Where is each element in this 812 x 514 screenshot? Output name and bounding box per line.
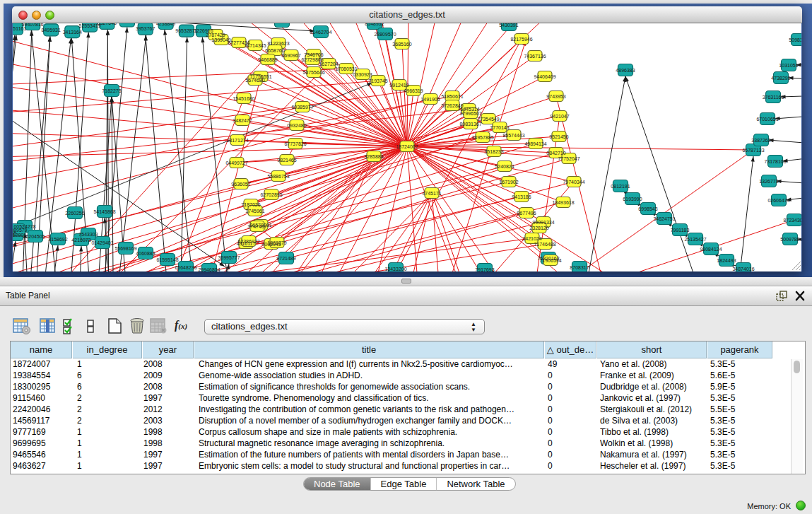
svg-text:2260256: 2260256 <box>65 211 84 216</box>
svg-text:62702895: 62702895 <box>260 192 282 197</box>
svg-text:01429401: 01429401 <box>91 240 113 245</box>
svg-text:04499727: 04499727 <box>225 160 247 165</box>
svg-text:13171274: 13171274 <box>226 138 248 143</box>
svg-text:6204505: 6204505 <box>25 234 45 239</box>
svg-text:18724007: 18724007 <box>396 144 418 149</box>
svg-text:8148932: 8148932 <box>365 23 384 26</box>
svg-text:34624751: 34624751 <box>653 216 675 221</box>
svg-text:8495931: 8495931 <box>42 28 61 33</box>
svg-text:8721489: 8721489 <box>276 256 295 261</box>
svg-text:6193990: 6193990 <box>623 197 642 201</box>
svg-text:4966319: 4966319 <box>404 88 423 93</box>
svg-text:51462704: 51462704 <box>310 30 331 35</box>
svg-text:02606474: 02606474 <box>767 198 789 203</box>
svg-text:1969379: 1969379 <box>267 240 286 245</box>
svg-text:99091334: 99091334 <box>532 220 554 225</box>
svg-text:4216073: 4216073 <box>71 238 90 243</box>
svg-text:65787133: 65787133 <box>742 148 764 153</box>
svg-text:80831367: 80831367 <box>459 122 481 127</box>
svg-text:55698169: 55698169 <box>114 246 136 251</box>
svg-text:8327648: 8327648 <box>98 23 117 25</box>
svg-text:7917693: 7917693 <box>475 267 494 272</box>
svg-text:42351161: 42351161 <box>13 26 26 31</box>
svg-text:34874016: 34874016 <box>732 267 754 271</box>
svg-text:0812191: 0812191 <box>611 184 630 189</box>
svg-text:0932480: 0932480 <box>287 123 306 128</box>
svg-text:6998543: 6998543 <box>638 206 657 211</box>
svg-text:53755646: 53755646 <box>302 70 324 75</box>
svg-text:97848018: 97848018 <box>271 23 293 24</box>
svg-text:1326773: 1326773 <box>759 179 778 184</box>
svg-text:4238849: 4238849 <box>156 23 175 26</box>
svg-text:87234309: 87234309 <box>783 218 801 223</box>
svg-text:3387262: 3387262 <box>751 138 770 143</box>
svg-text:65648236: 65648236 <box>175 265 196 270</box>
svg-text:9421047: 9421047 <box>550 114 569 119</box>
svg-text:7193745: 7193745 <box>368 78 387 83</box>
svg-text:7543303: 7543303 <box>78 232 98 237</box>
svg-text:82175946: 82175946 <box>510 37 532 42</box>
svg-text:5240824: 5240824 <box>495 164 514 169</box>
svg-text:2328120: 2328120 <box>529 226 548 230</box>
svg-text:13493618: 13493618 <box>552 200 574 205</box>
svg-text:1491905: 1491905 <box>420 97 440 102</box>
svg-text:3482477: 3482477 <box>233 118 252 123</box>
svg-text:37631165: 37631165 <box>763 95 784 100</box>
svg-text:1399049: 1399049 <box>211 37 230 42</box>
svg-text:62386922: 62386922 <box>237 239 259 244</box>
svg-text:71906594: 71906594 <box>539 258 561 263</box>
svg-text:5009788: 5009788 <box>780 237 799 242</box>
svg-text:61595148: 61595148 <box>156 257 178 262</box>
svg-text:2421024: 2421024 <box>522 236 541 241</box>
svg-text:1671902: 1671902 <box>499 180 518 185</box>
svg-text:0842710: 0842710 <box>546 151 565 156</box>
svg-text:59407816: 59407816 <box>22 23 44 27</box>
svg-text:9821465: 9821465 <box>277 158 296 163</box>
svg-text:28809570: 28809570 <box>374 32 396 37</box>
svg-text:34957885: 34957885 <box>471 135 493 140</box>
svg-text:13433200: 13433200 <box>384 267 406 271</box>
svg-text:3285884: 3285884 <box>364 154 383 159</box>
svg-text:7770143: 7770143 <box>490 125 509 130</box>
svg-text:7346706: 7346706 <box>304 52 323 57</box>
svg-text:3747407: 3747407 <box>247 224 266 229</box>
svg-text:74367136: 74367136 <box>524 54 546 59</box>
svg-text:3413164: 3413164 <box>63 30 82 35</box>
svg-text:34714345: 34714345 <box>244 43 266 48</box>
svg-text:71746488: 71746488 <box>534 242 555 247</box>
svg-text:51850671: 51850671 <box>441 94 463 99</box>
svg-text:60385977: 60385977 <box>291 105 313 110</box>
svg-text:8677496: 8677496 <box>517 211 536 216</box>
svg-text:25135427: 25135427 <box>684 237 706 242</box>
svg-text:67737826: 67737826 <box>284 141 306 146</box>
svg-text:73178108: 73178108 <box>764 159 786 164</box>
svg-text:5466889: 5466889 <box>258 57 277 62</box>
svg-text:9743953: 9743953 <box>546 94 565 99</box>
svg-text:0330923: 0330923 <box>353 72 372 77</box>
svg-text:4060883: 4060883 <box>136 251 155 256</box>
svg-text:6658760: 6658760 <box>265 48 284 53</box>
svg-text:2787429: 2787429 <box>206 33 225 37</box>
svg-text:5430391: 5430391 <box>499 23 518 28</box>
svg-text:4745171: 4745171 <box>422 191 441 196</box>
svg-text:7187026: 7187026 <box>241 202 260 207</box>
svg-text:4738299: 4738299 <box>771 76 790 81</box>
svg-text:9636057: 9636057 <box>231 182 250 187</box>
svg-text:3685160: 3685160 <box>392 42 411 47</box>
svg-text:1745961: 1745961 <box>245 209 264 214</box>
svg-text:81223623: 81223623 <box>267 41 289 46</box>
svg-text:29946804: 29946804 <box>198 267 220 272</box>
svg-text:49894134: 49894134 <box>524 141 546 146</box>
svg-text:5098393: 5098393 <box>789 37 801 42</box>
svg-text:17080531: 17080531 <box>335 66 357 71</box>
svg-text:54145868: 54145868 <box>93 209 115 214</box>
svg-text:98084124: 98084124 <box>700 247 722 252</box>
svg-text:4896383: 4896383 <box>616 68 635 73</box>
svg-text:5674680: 5674680 <box>245 78 264 83</box>
svg-text:1824493: 1824493 <box>717 258 736 263</box>
svg-text:15451680: 15451680 <box>233 96 254 101</box>
svg-text:85574443: 85574443 <box>502 133 524 138</box>
svg-text:77752047: 77752047 <box>558 156 579 161</box>
svg-text:6690967: 6690967 <box>281 53 300 58</box>
svg-text:1031051: 1031051 <box>779 63 798 68</box>
